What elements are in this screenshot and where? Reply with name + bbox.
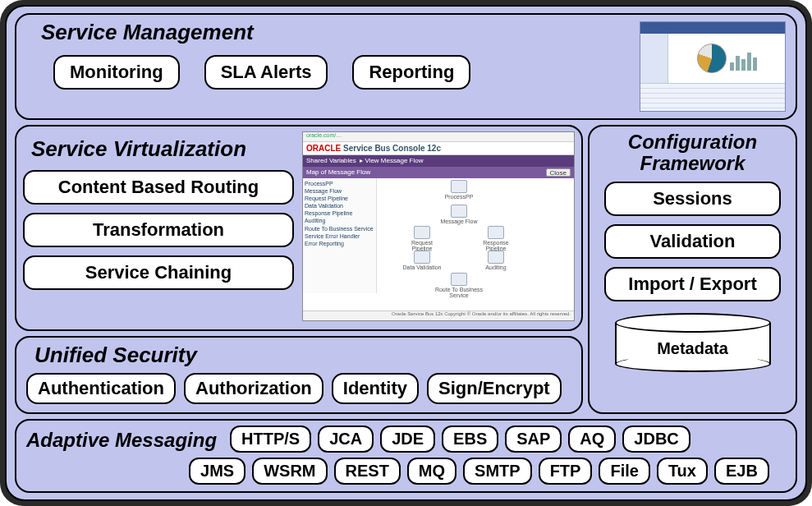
service-virtualization-body: Service Virtualization Content Based Rou… bbox=[23, 131, 294, 321]
configuration-framework-title: Configuration Framework bbox=[628, 131, 757, 175]
configuration-framework-section: Configuration Framework Sessions Validat… bbox=[588, 125, 797, 414]
flow-node: Response Pipeline bbox=[475, 226, 516, 251]
pill-aq: AQ bbox=[568, 426, 616, 453]
console-shared-variables-bar: Shared Variables ▸ View Message Flow bbox=[303, 155, 574, 167]
protocol-row-1: HTTP/S JCA JDE EBS SAP AQ JDBC bbox=[230, 426, 786, 453]
pill-content-based-routing: Content Based Routing bbox=[23, 170, 294, 205]
pill-smtp: SMTP bbox=[463, 458, 532, 485]
pill-wsrm: WSRM bbox=[252, 458, 327, 485]
service-management-title: Service Management bbox=[41, 20, 640, 45]
pill-https: HTTP/S bbox=[230, 426, 311, 453]
pill-reporting: Reporting bbox=[352, 55, 470, 90]
service-virtualization-section: Service Virtualization Content Based Rou… bbox=[15, 125, 583, 331]
flow-node: ProcessPP bbox=[438, 180, 479, 200]
service-management-body: Service Management Monitoring SLA Alerts… bbox=[16, 15, 640, 118]
pill-identity: Identity bbox=[332, 373, 419, 404]
pill-monitoring: Monitoring bbox=[53, 55, 180, 90]
pill-ejb: EJB bbox=[714, 458, 769, 485]
service-bus-console-thumbnail: oracle.com/… ORACLE Service Bus Console … bbox=[302, 131, 575, 321]
adaptive-messaging-title: Adaptive Messaging bbox=[26, 429, 217, 452]
pill-jms: JMS bbox=[189, 458, 245, 485]
pill-validation: Validation bbox=[604, 224, 781, 259]
pill-file: File bbox=[599, 458, 649, 485]
service-management-section: Service Management Monitoring SLA Alerts… bbox=[15, 13, 797, 120]
flow-node: Route To Business Service bbox=[434, 273, 484, 298]
unified-security-section: Unified Security Authentication Authoriz… bbox=[15, 336, 583, 414]
pill-sessions: Sessions bbox=[604, 182, 781, 216]
service-virtualization-title: Service Virtualization bbox=[31, 136, 294, 162]
flow-node: Request Pipeline bbox=[401, 226, 443, 251]
console-flow-canvas: ProcessPP Message Flow Request Pipeline … bbox=[377, 178, 574, 293]
pill-transformation: Transformation bbox=[23, 213, 294, 247]
metadata-cylinder: Metadata bbox=[615, 313, 771, 372]
middle-row: Service Virtualization Content Based Rou… bbox=[15, 125, 797, 414]
adaptive-messaging-section: Adaptive Messaging HTTP/S JCA JDE EBS SA… bbox=[15, 419, 797, 493]
flow-node: Data Validation bbox=[401, 251, 443, 270]
pill-jde: JDE bbox=[380, 426, 435, 453]
pill-authorization: Authorization bbox=[184, 373, 323, 404]
pill-service-chaining: Service Chaining bbox=[23, 255, 294, 290]
pill-sla-alerts: SLA Alerts bbox=[204, 55, 328, 90]
pie-chart-icon bbox=[697, 44, 727, 73]
console-map-bar: Map of Message Flow Close bbox=[303, 167, 574, 178]
pill-ftp: FTP bbox=[539, 458, 593, 485]
pill-jca: JCA bbox=[318, 426, 374, 453]
unified-security-title: Unified Security bbox=[34, 343, 571, 368]
metadata-label: Metadata bbox=[615, 339, 771, 358]
console-url-bar: oracle.com/… bbox=[303, 132, 574, 142]
pill-ebs: EBS bbox=[442, 426, 498, 453]
left-stack: Service Virtualization Content Based Rou… bbox=[15, 125, 583, 414]
pill-sap: SAP bbox=[505, 426, 562, 453]
pill-mq: MQ bbox=[407, 458, 456, 485]
flow-node: Auditing bbox=[475, 251, 516, 270]
unified-security-items: Authentication Authorization Identity Si… bbox=[26, 373, 571, 404]
console-close-button: Close bbox=[546, 168, 571, 177]
pill-authentication: Authentication bbox=[26, 373, 176, 404]
protocol-row-2: JMS WSRM REST MQ SMTP FTP File Tux EJB bbox=[189, 458, 786, 485]
flow-node: Message Flow bbox=[438, 205, 479, 224]
pill-tux: Tux bbox=[657, 458, 708, 485]
diagram-frame: Service Management Monitoring SLA Alerts… bbox=[0, 0, 812, 506]
pill-import-export: Import / Export bbox=[604, 267, 781, 301]
console-tree: ProcessPP Message Flow Request Pipeline … bbox=[303, 178, 377, 293]
dashboard-thumbnail bbox=[640, 21, 786, 112]
service-management-items: Monitoring SLA Alerts Reporting bbox=[53, 55, 640, 90]
pill-rest: REST bbox=[334, 458, 401, 485]
adaptive-messaging-protocols: HTTP/S JCA JDE EBS SAP AQ JDBC JMS WSRM … bbox=[230, 426, 786, 485]
pill-sign-encrypt: Sign/Encrypt bbox=[427, 373, 562, 404]
pill-jdbc: JDBC bbox=[622, 426, 690, 453]
console-brand: ORACLE Service Bus Console 12c bbox=[303, 142, 574, 155]
bar-chart-icon bbox=[730, 46, 757, 71]
console-footer: Oracle Service Bus 12c Copyright © Oracl… bbox=[303, 310, 574, 320]
diagram-canvas: Service Management Monitoring SLA Alerts… bbox=[5, 5, 807, 501]
right-column: Configuration Framework Sessions Validat… bbox=[588, 125, 797, 414]
console-brand-left: ORACLE bbox=[306, 144, 341, 153]
console-brand-right: Service Bus Console 12c bbox=[343, 144, 441, 153]
